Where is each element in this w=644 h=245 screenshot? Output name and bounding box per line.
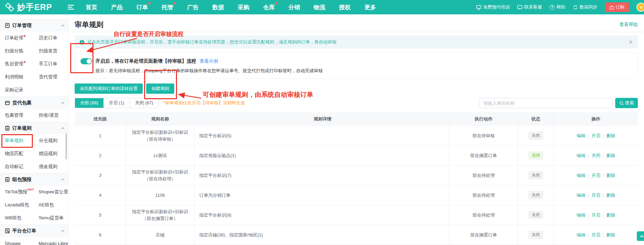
unmatched-flow-setting-button[interactable]: 未匹配到规则订单的流转设置 — [75, 83, 143, 94]
status-badge: 关闭 — [529, 231, 543, 238]
col-rule-name: 规则名称 — [126, 112, 194, 126]
search-icon — [619, 101, 624, 105]
sidebar-item-auto-tagging[interactable]: 自动标记 — [0, 160, 34, 173]
sidebar-item-order-processing[interactable]: 订单处理 — [0, 31, 34, 44]
rule-name-search-input[interactable] — [479, 98, 613, 108]
view-example-link[interactable]: 查看示例 — [200, 58, 218, 64]
sidebar-item-lazada-pack[interactable]: Lazada组包 — [0, 198, 34, 211]
delete-link[interactable]: 删除 — [606, 152, 615, 159]
sidebar-item-warehouse-split-rules[interactable]: 分仓规则 — [34, 134, 68, 147]
tab-all[interactable]: 全部 (68) — [75, 98, 104, 108]
subscribe-button[interactable]: 订购 — [605, 2, 629, 12]
edit-link[interactable]: 编辑 — [577, 152, 585, 159]
sidebar-section-order-management[interactable]: 订单管理 — [0, 19, 68, 31]
sidebar-item-gift-rules[interactable]: 赠品规则 — [34, 147, 68, 160]
cell-rule-detail: 指定平台标识(5) — [194, 126, 450, 145]
sidebar-item-purchase-records[interactable]: 采购记录 — [0, 83, 34, 96]
enable-link[interactable]: 开启 — [592, 172, 601, 179]
col-operations: 操作 — [554, 112, 638, 126]
help-link-top[interactable]: ? 帮助 — [550, 4, 565, 10]
delete-link[interactable]: 删除 — [606, 172, 615, 179]
create-rule-button[interactable]: 创建规则 — [146, 83, 174, 94]
data-sync-link[interactable]: 数据同步 — [573, 4, 597, 10]
cell-priority: 2 — [75, 146, 126, 165]
sidebar-scrollbar-thumb[interactable] — [65, 133, 67, 159]
nav-item-warehouse[interactable]: 仓库 — [263, 3, 275, 11]
nav-item-distribution[interactable]: 分销 — [288, 3, 300, 11]
notification-dot — [148, 2, 151, 4]
enable-link[interactable]: 开启 — [592, 192, 601, 199]
edit-link[interactable]: 编辑 — [577, 212, 585, 219]
enable-link[interactable]: 开启 — [592, 232, 601, 238]
cell-exec-action: 留在待处理 — [450, 205, 518, 225]
nav-item-logistics[interactable]: 物流 — [314, 3, 325, 11]
edit-link[interactable]: 编辑 — [577, 132, 585, 139]
vip-avatar-badge[interactable]: V — [636, 3, 644, 12]
edit-link[interactable]: 编辑 — [577, 232, 585, 238]
disable-link[interactable]: 关闭 — [592, 152, 601, 159]
status-badge: 关闭 — [529, 191, 543, 199]
edit-link[interactable]: 编辑 — [577, 192, 585, 199]
delete-link[interactable]: 删除 — [606, 192, 615, 199]
free-training-link[interactable]: 免费预约培训 — [476, 4, 510, 10]
enable-link[interactable]: 开启 — [592, 212, 601, 219]
nav-item-products[interactable]: 产品 — [111, 3, 123, 11]
toggle-line: 开启后，将在订单处理页面新增【待审核】流程 查看示例 — [80, 57, 632, 65]
edit-link[interactable]: 编辑 — [577, 172, 585, 179]
sidebar-item-ae-pack[interactable]: AE组包 — [34, 198, 68, 211]
nav-item-home[interactable]: 首页 — [86, 3, 97, 11]
sidebar-item-shopee[interactable]: Shopee — [0, 237, 34, 245]
sidebar-item-aftersales[interactable]: 售后管理 — [0, 57, 34, 70]
nav-item-orders[interactable]: 订单 — [136, 3, 148, 11]
sidebar-item-manual-orders[interactable]: 手工订单 — [34, 57, 68, 70]
cell-exec-action: 留在待审核 — [450, 126, 518, 145]
sidebar-item-history-orders[interactable]: 历史订单 — [34, 31, 68, 44]
nav-item-ads[interactable]: 广告 — [187, 3, 199, 11]
tab-disabled[interactable]: 关闭 (67) — [130, 98, 158, 108]
cell-rule-detail: 指定平台标识(7) — [194, 166, 450, 185]
hot-badge: HOT — [28, 188, 34, 191]
sidebar-item-review-rules[interactable]: 审单规则 — [0, 134, 34, 147]
sidebar-item-mercado-libre[interactable]: Mercado Libre — [34, 237, 68, 245]
rules-clipboard-icon — [5, 126, 10, 131]
sidebar-item-temu-pickup[interactable]: Temu提货单 — [34, 211, 68, 224]
sidebar-item-scan-shipping[interactable]: 扫描发货 — [34, 44, 68, 57]
sidebar-item-profit-detail[interactable]: 利润明细 — [0, 70, 34, 83]
sidebar-item-package-management[interactable]: 包裹管理 — [0, 109, 34, 122]
sidebar-section-platform-warehouse-orders[interactable]: 平台仓订单 — [0, 224, 68, 237]
nav-item-authorization[interactable]: 授权 — [339, 3, 351, 11]
table-header: 优先级 规则名称 规则详情 执行动作 状态 操作 — [75, 112, 638, 126]
search-button[interactable]: 搜索 — [615, 98, 638, 108]
brand-logo[interactable]: 妙手ERP — [5, 2, 52, 13]
nav-item-purchase[interactable]: 采购 — [238, 3, 249, 11]
delete-link[interactable]: 删除 — [606, 132, 615, 139]
sidebar-item-wb-pack[interactable]: WB组包 — [0, 211, 34, 224]
delete-link[interactable]: 删除 — [606, 232, 615, 238]
menu-icon[interactable] — [68, 5, 74, 10]
chat-bubble-icon — [517, 5, 522, 10]
sidebar-item-scan-sorting[interactable]: 扫描分拣 — [0, 44, 34, 57]
sidebar-item-tiktok-forecast[interactable]: TikTok预报HOT — [0, 185, 34, 198]
info-banner: 可在此页面开启订单审核流程，开启后，需手动审核订单至待处理页面；您也可以设置匹配… — [75, 36, 638, 49]
sidebar-section-forwarder-packages[interactable]: 货代包裹 — [0, 96, 68, 109]
sidebar-item-logistics-matching[interactable]: 物流匹配 — [0, 147, 34, 160]
back-to-top-button[interactable] — [637, 231, 644, 241]
chevron-up-icon — [61, 24, 65, 27]
sidebar-item-forwarder-management[interactable]: 货代管理 — [34, 70, 68, 83]
sidebar-item-rejected-returns[interactable]: 拒收/退货 — [34, 109, 68, 122]
nav-item-more[interactable]: 更多 — [364, 3, 376, 11]
view-help-link[interactable]: 查看帮助 — [619, 22, 638, 28]
review-flow-toggle[interactable] — [80, 58, 92, 64]
delete-link[interactable]: 删除 — [606, 212, 615, 219]
sidebar-item-shopee-first-mile[interactable]: Shopee首公里 — [34, 185, 68, 198]
sidebar-section-order-rules[interactable]: 订单规则 — [0, 122, 68, 134]
sidebar-item-commission-rules[interactable]: 佣金规则 — [34, 160, 68, 173]
sidebar-section-pack-forecast[interactable]: 组包预报 — [0, 173, 68, 185]
tab-enabled[interactable]: 开启 (1) — [104, 98, 130, 108]
contact-support-link[interactable]: 联系客服 — [517, 4, 542, 10]
enable-link[interactable]: 开启 — [592, 132, 601, 139]
nav-item-hosting[interactable]: 托管 — [162, 3, 173, 11]
close-icon[interactable]: ✕ — [629, 39, 633, 46]
rules-table: 优先级 规则名称 规则详情 执行动作 状态 操作 1 指定平台标识新标识+旧标识… — [75, 112, 638, 245]
nav-item-data[interactable]: 数据 — [212, 3, 224, 11]
